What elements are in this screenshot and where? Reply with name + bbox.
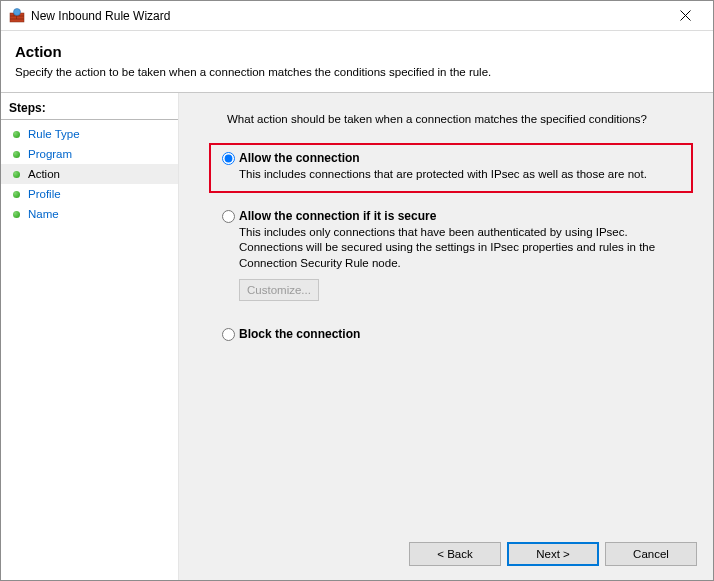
step-name[interactable]: Name [1,204,178,224]
firewall-icon [9,8,25,24]
radio-allow-secure[interactable] [222,210,235,223]
step-program[interactable]: Program [1,144,178,164]
radio-wrap [217,327,239,341]
bullet-icon [13,171,20,178]
radio-block[interactable] [222,328,235,341]
content-prompt: What action should be taken when a conne… [227,113,693,125]
step-rule-type[interactable]: Rule Type [1,124,178,144]
close-icon [680,10,691,21]
option-text: Block the connection [239,327,683,341]
step-label: Program [28,148,72,160]
step-label: Action [28,168,60,180]
option-text: Allow the connection This includes conne… [239,151,683,183]
step-label: Profile [28,188,61,200]
window-title: New Inbound Rule Wizard [31,9,665,23]
bullet-icon [13,191,20,198]
header-area: Action Specify the action to be taken wh… [1,31,713,86]
content-pane: What action should be taken when a conne… [179,93,713,580]
bullet-icon [13,151,20,158]
svg-point-6 [14,8,21,15]
titlebar: New Inbound Rule Wizard [1,1,713,31]
cancel-button[interactable]: Cancel [605,542,697,566]
option-text: Allow the connection if it is secure Thi… [239,209,683,302]
option-block-block: Block the connection [209,319,693,351]
option-desc: This includes only connections that have… [239,225,683,272]
page-subtitle: Specify the action to be taken when a co… [15,66,699,78]
bullet-icon [13,131,20,138]
steps-pane: Steps: Rule Type Program Action Profile … [1,93,179,580]
back-button[interactable]: < Back [409,542,501,566]
close-button[interactable] [665,2,705,30]
customize-button: Customize... [239,279,319,301]
page-title: Action [15,43,699,60]
wizard-window: New Inbound Rule Wizard Action Specify t… [0,0,714,581]
body: Steps: Rule Type Program Action Profile … [1,93,713,580]
option-title: Allow the connection if it is secure [239,209,683,223]
option-desc: This includes connections that are prote… [239,167,683,183]
next-button[interactable]: Next > [507,542,599,566]
steps-header: Steps: [1,99,178,120]
radio-allow[interactable] [222,152,235,165]
step-label: Rule Type [28,128,80,140]
radio-wrap [217,151,239,165]
step-label: Name [28,208,59,220]
option-allow-highlight: Allow the connection This includes conne… [209,143,693,193]
option-block[interactable]: Block the connection [217,327,683,341]
bullet-icon [13,211,20,218]
button-row: < Back Next > Cancel [409,542,697,566]
option-allow-secure-block: Allow the connection if it is secure Thi… [209,201,693,312]
option-allow-secure[interactable]: Allow the connection if it is secure Thi… [217,209,683,302]
radio-wrap [217,209,239,223]
option-title: Block the connection [239,327,683,341]
step-profile[interactable]: Profile [1,184,178,204]
option-allow[interactable]: Allow the connection This includes conne… [217,151,683,183]
option-title: Allow the connection [239,151,683,165]
step-action[interactable]: Action [1,164,178,184]
